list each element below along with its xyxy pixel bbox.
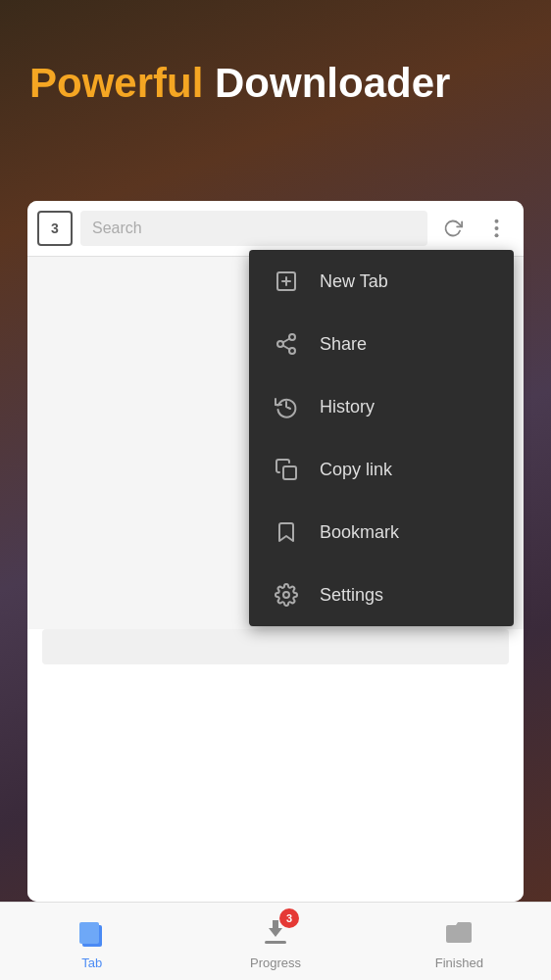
share-icon: [273, 330, 300, 358]
app-header: Powerful Downloader: [29, 59, 450, 108]
svg-rect-11: [283, 466, 296, 479]
plus-square-icon: [273, 268, 300, 295]
svg-line-10: [283, 339, 290, 343]
nav-progress[interactable]: 3 Progress: [183, 912, 367, 970]
menu-item-history[interactable]: History: [249, 375, 514, 438]
copy-link-label: Copy link: [320, 460, 392, 480]
settings-icon: [273, 581, 300, 609]
svg-rect-14: [79, 922, 99, 944]
progress-nav-label: Progress: [250, 956, 301, 970]
refresh-button[interactable]: [435, 211, 471, 246]
finished-nav-label: Finished: [435, 956, 483, 970]
history-icon: [273, 393, 300, 420]
svg-point-2: [494, 233, 498, 237]
finished-icon-wrap: [439, 912, 478, 952]
svg-point-1: [494, 226, 498, 230]
browser-toolbar: 3 Search: [27, 201, 524, 257]
menu-item-settings[interactable]: Settings: [249, 564, 514, 626]
new-tab-label: New Tab: [320, 271, 388, 292]
menu-item-bookmark[interactable]: Bookmark: [249, 501, 514, 564]
copy-icon: [273, 456, 300, 483]
svg-point-12: [283, 592, 289, 598]
bottom-nav: Tab 3 Progress Finished: [0, 902, 551, 980]
svg-point-0: [494, 220, 498, 223]
nav-tab[interactable]: Tab: [0, 912, 183, 970]
menu-item-new-tab[interactable]: New Tab: [249, 250, 514, 313]
tab-count-box[interactable]: 3: [37, 211, 73, 246]
bookmark-icon: [273, 518, 300, 546]
tab-icon-wrap: [73, 912, 112, 952]
svg-rect-15: [265, 941, 286, 944]
tab-nav-label: Tab: [81, 956, 102, 970]
svg-line-9: [283, 346, 290, 350]
search-placeholder: Search: [92, 220, 142, 237]
nav-finished[interactable]: Finished: [368, 912, 551, 970]
header-powerful: Powerful: [29, 60, 203, 106]
dropdown-menu: New Tab Share History: [249, 250, 514, 626]
more-options-button[interactable]: [478, 211, 514, 246]
bookmark-label: Bookmark: [320, 522, 399, 543]
history-label: History: [320, 397, 375, 417]
settings-label: Settings: [320, 585, 383, 606]
url-bar[interactable]: [42, 629, 509, 664]
progress-icon-wrap: 3: [256, 912, 295, 952]
menu-item-share[interactable]: Share: [249, 313, 514, 375]
header-downloader: Downloader: [203, 60, 450, 106]
search-bar[interactable]: Search: [80, 211, 427, 246]
share-label: Share: [320, 334, 367, 355]
menu-item-copy-link[interactable]: Copy link: [249, 438, 514, 501]
progress-badge: 3: [279, 908, 299, 928]
